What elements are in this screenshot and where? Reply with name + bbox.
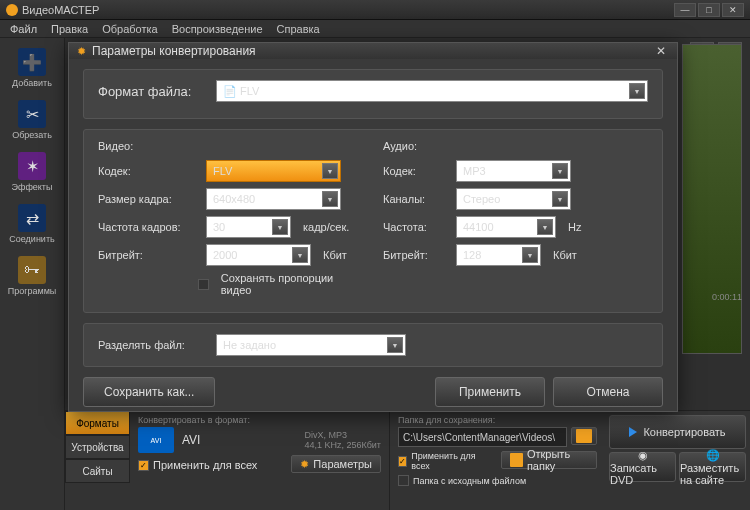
menu-file[interactable]: Файл [4,21,43,37]
programs-icon: 🗝 [18,256,46,284]
close-button[interactable]: ✕ [722,3,744,17]
add-icon: ➕ [18,48,46,76]
chevron-down-icon: ▼ [552,163,568,179]
format-details: DivX, MP3 44,1 KHz, 256Кбит [304,430,381,450]
globe-icon: 🌐 [706,449,720,462]
upload-button[interactable]: 🌐Разместить на сайте [679,452,746,482]
format-select[interactable]: 📄 FLV▼ [216,80,648,102]
maximize-button[interactable]: □ [698,3,720,17]
apply-all-check[interactable]: ✓ [138,460,149,471]
sidebar-effects[interactable]: ✶Эффекты [2,148,62,196]
cancel-button[interactable]: Отмена [553,377,663,407]
chevron-down-icon: ▼ [537,219,553,235]
join-icon: ⇄ [18,204,46,232]
params-button[interactable]: ✹Параметры [291,455,381,473]
open-folder-button[interactable]: Открыть папку [501,451,597,469]
burn-dvd-button[interactable]: ◉Записать DVD [609,452,676,482]
app-icon [6,4,18,16]
browse-button[interactable] [571,427,597,445]
disc-icon: ◉ [638,449,648,462]
convert-button[interactable]: Конвертировать [609,415,746,449]
audio-bitrate-select[interactable]: 128▼ [456,244,541,266]
folder-icon [576,429,592,443]
video-preview[interactable] [682,44,742,354]
split-select[interactable]: Не задано▼ [216,334,406,356]
format-label: Формат файла: [98,84,208,99]
format-name: AVI [182,433,200,447]
video-heading: Видео: [98,140,363,152]
time-display: 0:00:11 [682,292,742,302]
channels-select[interactable]: Стерео▼ [456,188,571,210]
convert-params-dialog: ✹ Параметры конвертирования ✕ Формат фай… [68,42,678,412]
chevron-down-icon: ▼ [272,219,288,235]
chevron-down-icon: ▼ [522,247,538,263]
tab-devices[interactable]: Устройства [65,435,130,459]
chevron-down-icon: ▼ [629,83,645,99]
minimize-button[interactable]: — [674,3,696,17]
sidebar-programs[interactable]: 🗝Программы [2,252,62,300]
dialog-title: Параметры конвертирования [92,44,647,58]
format-icon: AVI [138,427,174,453]
menubar: Файл Правка Обработка Воспроизведение Сп… [0,20,750,38]
audio-codec-select[interactable]: MP3▼ [456,160,571,182]
chevron-down-icon: ▼ [322,191,338,207]
sidebar-join[interactable]: ⇄Соединить [2,200,62,248]
app-title: ВидеоМАСТЕР [22,4,674,16]
dest-path[interactable]: C:\Users\ContentManager\Videos\ [398,427,567,447]
chevron-down-icon: ▼ [552,191,568,207]
menu-edit[interactable]: Правка [45,21,94,37]
titlebar: ВидеоМАСТЕР — □ ✕ [0,0,750,20]
chevron-down-icon: ▼ [322,163,338,179]
saveas-button[interactable]: Сохранить как... [83,377,215,407]
video-codec-select[interactable]: FLV▼ [206,160,341,182]
play-icon [629,427,637,437]
chevron-down-icon: ▼ [292,247,308,263]
trim-icon: ✂ [18,100,46,128]
dialog-close-button[interactable]: ✕ [653,43,669,59]
sidebar-add[interactable]: ➕Добавить [2,44,62,92]
frame-size-select[interactable]: 640x480▼ [206,188,341,210]
keep-ratio-check[interactable] [198,279,209,290]
menu-process[interactable]: Обработка [96,21,163,37]
gear-icon: ✹ [77,45,86,58]
folder-icon [510,453,523,467]
gear-icon: ✹ [300,458,309,471]
effects-icon: ✶ [18,152,46,180]
video-bitrate-select[interactable]: 2000▼ [206,244,311,266]
menu-help[interactable]: Справка [271,21,326,37]
apply-button[interactable]: Применить [435,377,545,407]
sidebar-trim[interactable]: ✂Обрезать [2,96,62,144]
sample-rate-select[interactable]: 44100▼ [456,216,556,238]
dest-apply-all-check[interactable]: ✓ [398,456,407,467]
fps-select[interactable]: 30▼ [206,216,291,238]
tab-sites[interactable]: Сайты [65,459,130,483]
src-folder-check[interactable] [398,475,409,486]
menu-playback[interactable]: Воспроизведение [166,21,269,37]
chevron-down-icon: ▼ [387,337,403,353]
audio-heading: Аудио: [383,140,648,152]
sidebar: ➕Добавить ✂Обрезать ✶Эффекты ⇄Соединить … [0,38,65,510]
